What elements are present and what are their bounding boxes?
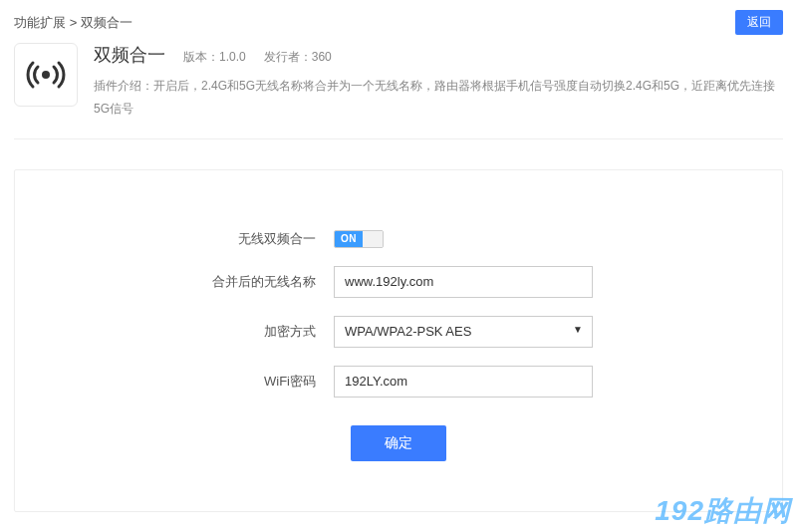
- encryption-select[interactable]: WPA/WPA2-PSK AES: [334, 316, 593, 348]
- breadcrumb-separator: >: [70, 15, 78, 30]
- breadcrumb-parent[interactable]: 功能扩展: [14, 15, 66, 30]
- confirm-button[interactable]: 确定: [351, 425, 446, 461]
- ssid-input[interactable]: [334, 266, 593, 298]
- dual-band-toggle[interactable]: ON: [334, 230, 384, 248]
- toggle-on-text: ON: [335, 231, 363, 247]
- breadcrumb-current: 双频合一: [81, 15, 133, 30]
- plugin-title: 双频合一: [94, 43, 165, 67]
- back-button[interactable]: 返回: [735, 10, 783, 35]
- toggle-label: 无线双频合一: [55, 230, 334, 248]
- wifi-password-input[interactable]: [334, 366, 593, 398]
- password-label: WiFi密码: [55, 373, 334, 391]
- svg-point-0: [42, 71, 50, 79]
- plugin-version: 版本：1.0.0: [183, 49, 246, 66]
- ssid-label: 合并后的无线名称: [55, 273, 334, 291]
- plugin-header: 双频合一 版本：1.0.0 发行者：360 插件介绍：开启后，2.4G和5G无线…: [14, 43, 783, 138]
- plugin-publisher: 发行者：360: [264, 49, 332, 66]
- plugin-description: 插件介绍：开启后，2.4G和5G无线名称将合并为一个无线名称，路由器将根据手机信…: [94, 75, 783, 121]
- wifi-signal-icon: [14, 43, 78, 107]
- encryption-label: 加密方式: [55, 323, 334, 341]
- breadcrumb: 功能扩展 > 双频合一: [14, 14, 133, 32]
- settings-card: 无线双频合一 ON 合并后的无线名称 加密方式 WPA/WPA2-PSK AES: [14, 169, 783, 512]
